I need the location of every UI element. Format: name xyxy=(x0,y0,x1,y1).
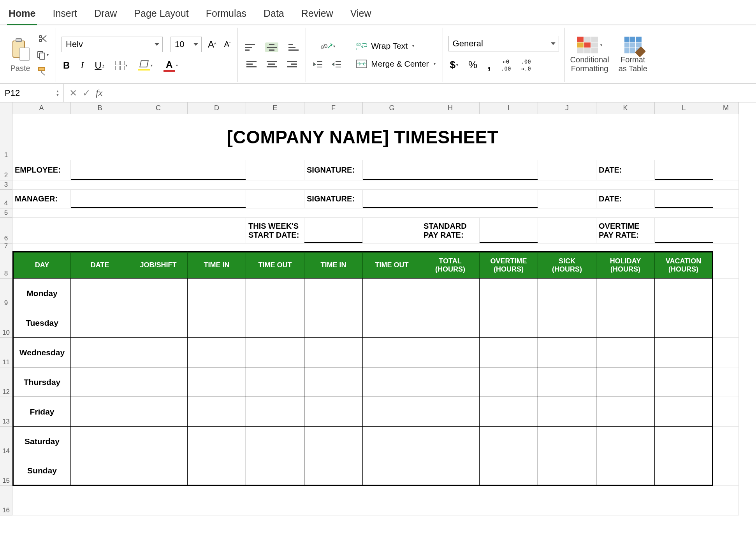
orientation-button[interactable]: ab ▾ xyxy=(318,40,337,53)
cell-ci12[interactable] xyxy=(480,367,538,397)
row-header-7[interactable]: 7 xyxy=(0,244,12,251)
cell-cc15[interactable] xyxy=(129,456,188,486)
cell-cc13[interactable] xyxy=(129,397,188,427)
decrease-decimal-button[interactable]: .00→.0 xyxy=(519,57,532,73)
cell-cc12[interactable] xyxy=(129,367,188,397)
cell-date-label-2[interactable]: DATE: xyxy=(596,190,655,208)
cell-ci14[interactable] xyxy=(480,427,538,456)
col-header-l[interactable]: L xyxy=(655,102,713,114)
cell-m2[interactable] xyxy=(713,160,739,180)
header-holiday[interactable]: HOLIDAY (HOURS) xyxy=(596,251,655,279)
cell-ce9[interactable] xyxy=(246,279,304,308)
format-as-table-button[interactable]: Format as Table xyxy=(619,37,647,73)
cell-title[interactable]: [COMPANY NAME] TIMESHEET xyxy=(12,114,713,160)
cell-m7[interactable] xyxy=(713,244,739,251)
tab-home[interactable]: Home xyxy=(7,5,37,25)
col-header-k[interactable]: K xyxy=(596,102,655,114)
cell-cl14[interactable] xyxy=(655,427,713,456)
font-color-button[interactable]: A▾ xyxy=(162,58,179,73)
col-header-d[interactable]: D xyxy=(188,102,246,114)
cell-cg9[interactable] xyxy=(363,279,421,308)
cell-cb15[interactable] xyxy=(71,456,129,486)
col-header-a[interactable]: A xyxy=(12,102,71,114)
cell-ci11[interactable] xyxy=(480,338,538,367)
cell-cl11[interactable] xyxy=(655,338,713,367)
cell-ck10[interactable] xyxy=(596,308,655,338)
cell-day-13[interactable]: Friday xyxy=(12,397,71,427)
cell-m3[interactable] xyxy=(713,180,739,190)
cell-cf9[interactable] xyxy=(304,279,363,308)
name-box[interactable]: P12 ▲▼ xyxy=(0,84,64,102)
cell-day-10[interactable]: Tuesday xyxy=(12,308,71,338)
cell-week-start-field[interactable] xyxy=(304,218,363,244)
select-all-corner[interactable] xyxy=(0,102,12,114)
tab-review[interactable]: Review xyxy=(300,5,335,25)
cell-date-field-2[interactable] xyxy=(655,190,713,208)
cell-cf12[interactable] xyxy=(304,367,363,397)
col-header-e[interactable]: E xyxy=(246,102,304,114)
cell-cc11[interactable] xyxy=(129,338,188,367)
cell-ci13[interactable] xyxy=(480,397,538,427)
cell-cc10[interactable] xyxy=(129,308,188,338)
cell-cg14[interactable] xyxy=(363,427,421,456)
cell-e4[interactable] xyxy=(246,190,304,208)
cell-cd13[interactable] xyxy=(188,397,246,427)
fx-icon[interactable]: fx xyxy=(96,88,102,98)
cell-cj13[interactable] xyxy=(538,397,596,427)
cell-cc9[interactable] xyxy=(129,279,188,308)
cell-ci10[interactable] xyxy=(480,308,538,338)
header-vacation[interactable]: VACATION (HOURS) xyxy=(655,251,713,279)
row-header-1[interactable]: 1 xyxy=(0,114,12,160)
cell-cj11[interactable] xyxy=(538,338,596,367)
cell-cj14[interactable] xyxy=(538,427,596,456)
cell-day-12[interactable]: Thursday xyxy=(12,367,71,397)
cell-ch14[interactable] xyxy=(421,427,480,456)
cell-ce13[interactable] xyxy=(246,397,304,427)
align-bottom-button[interactable] xyxy=(287,42,300,52)
row-header-11[interactable]: 11 xyxy=(0,338,12,367)
cell-ci15[interactable] xyxy=(480,456,538,486)
col-header-c[interactable]: C xyxy=(129,102,188,114)
cell-cg12[interactable] xyxy=(363,367,421,397)
row-header-9[interactable]: 9 xyxy=(0,279,12,308)
cell-e2[interactable] xyxy=(246,160,304,180)
cell-m15[interactable] xyxy=(713,456,739,486)
wrap-text-button[interactable]: abc Wrap Text▾ xyxy=(355,40,416,52)
cell-cd11[interactable] xyxy=(188,338,246,367)
col-header-j[interactable]: J xyxy=(538,102,596,114)
cell-cj15[interactable] xyxy=(538,456,596,486)
cell-row16[interactable] xyxy=(12,486,713,515)
cell-cd12[interactable] xyxy=(188,367,246,397)
cell-cf10[interactable] xyxy=(304,308,363,338)
number-format-select[interactable]: General xyxy=(448,36,559,51)
cell-cj12[interactable] xyxy=(538,367,596,397)
cell-m8[interactable] xyxy=(713,251,739,279)
cell-m1[interactable] xyxy=(713,114,739,160)
tab-data[interactable]: Data xyxy=(262,5,286,25)
header-timein2[interactable]: TIME IN xyxy=(304,251,363,279)
cell-cg11[interactable] xyxy=(363,338,421,367)
cell-day-14[interactable]: Saturday xyxy=(12,427,71,456)
cell-day-11[interactable]: Wednesday xyxy=(12,338,71,367)
cell-cf15[interactable] xyxy=(304,456,363,486)
cell-employee-field[interactable] xyxy=(71,160,246,180)
cell-ck9[interactable] xyxy=(596,279,655,308)
increase-decimal-button[interactable]: ←0.00 xyxy=(499,57,512,73)
cell-day-9[interactable]: Monday xyxy=(12,279,71,308)
currency-button[interactable]: $▾ xyxy=(448,57,460,72)
row-header-10[interactable]: 10 xyxy=(0,308,12,338)
tab-formulas[interactable]: Formulas xyxy=(204,5,248,25)
copy-button[interactable]: ▾ xyxy=(35,49,50,61)
formula-input[interactable] xyxy=(108,84,756,102)
cell-cb12[interactable] xyxy=(71,367,129,397)
col-header-b[interactable]: B xyxy=(71,102,129,114)
cell-j4[interactable] xyxy=(538,190,596,208)
comma-button[interactable]: , xyxy=(486,56,492,74)
cell-m13[interactable] xyxy=(713,397,739,427)
cell-ch12[interactable] xyxy=(421,367,480,397)
header-overtime[interactable]: OVERTIME (HOURS) xyxy=(480,251,538,279)
cell-std-rate-label[interactable]: STANDARDPAY RATE: xyxy=(421,218,480,244)
col-header-i[interactable]: I xyxy=(480,102,538,114)
cell-cg10[interactable] xyxy=(363,308,421,338)
cell-signature-field-1[interactable] xyxy=(363,160,538,180)
